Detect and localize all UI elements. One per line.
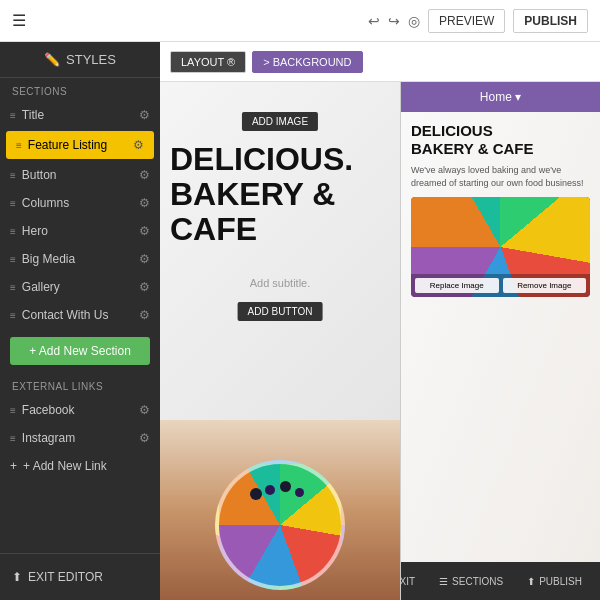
exit-editor-label: EXIT EDITOR — [28, 570, 103, 584]
gear-icon-ig[interactable]: ⚙ — [139, 431, 150, 445]
add-subtitle-button[interactable]: Add subtitle. — [250, 277, 311, 289]
exit-editor-button[interactable]: ⬆ EXIT EDITOR — [0, 562, 160, 592]
add-section-label: + Add New Section — [29, 344, 131, 358]
sidebar-item-hero-label: Hero — [22, 224, 48, 238]
sidebar-bottom: ⬆ EXIT EDITOR — [0, 553, 160, 600]
gear-icon-col[interactable]: ⚙ — [139, 196, 150, 210]
berry3 — [280, 481, 291, 492]
live-subtitle: We've always loved baking and we've drea… — [411, 164, 590, 189]
sidebar-item-hero[interactable]: ≡ Hero ⚙ — [0, 217, 160, 245]
bottom-publish-label: PUBLISH — [539, 576, 582, 587]
sidebar: ✏️ STYLES SECTIONS ≡ Title ⚙ ≡ Feature L… — [0, 42, 160, 600]
editor-preview: ADD IMAGE DELICIOUS. BAKERY & CAFE Add s… — [160, 82, 400, 600]
nav-bar[interactable]: Home ▾ — [401, 82, 600, 112]
add-subtitle-label: Add subtitle. — [250, 277, 311, 289]
sidebar-item-big-media[interactable]: ≡ Big Media ⚙ — [0, 245, 160, 273]
bottom-exit-button[interactable]: ⬆ EXIT — [400, 572, 423, 591]
sidebar-item-columns[interactable]: ≡ Columns ⚙ — [0, 189, 160, 217]
gear-icon-fb[interactable]: ⚙ — [139, 403, 150, 417]
add-image-button[interactable]: ADD IMAGE — [242, 112, 318, 131]
sidebar-item-feature-listing[interactable]: ≡ Feature Listing ⚙ — [6, 131, 154, 159]
bottom-sections-button[interactable]: ☰ SECTIONS — [431, 572, 511, 591]
drag-icon-fl: ≡ — [16, 140, 22, 151]
sidebar-item-facebook[interactable]: ≡ Facebook ⚙ — [0, 396, 160, 424]
main-layout: ✏️ STYLES SECTIONS ≡ Title ⚙ ≡ Feature L… — [0, 42, 600, 600]
gear-icon-title[interactable]: ⚙ — [139, 108, 150, 122]
publish-button[interactable]: PUBLISH — [513, 9, 588, 33]
sidebar-item-btn-label: Button — [22, 168, 57, 182]
drag-icon-bm: ≡ — [10, 254, 16, 265]
add-button-button[interactable]: ADD BUTTON — [238, 302, 323, 321]
add-new-link-button[interactable]: + + Add New Link — [0, 452, 160, 480]
sidebar-item-fb-label: Facebook — [22, 403, 75, 417]
berry4 — [295, 488, 304, 497]
top-bar-left: ☰ — [12, 11, 26, 30]
layout-button[interactable]: LAYOUT ® — [170, 51, 246, 73]
berry1 — [250, 488, 262, 500]
gear-icon-hero[interactable]: ⚙ — [139, 224, 150, 238]
styles-icon: ✏️ — [44, 52, 60, 67]
drag-icon-fb: ≡ — [10, 405, 16, 416]
sidebar-item-bm-label: Big Media — [22, 252, 75, 266]
live-preview: Home ▾ DELICIOUS BAKERY & CAFE We've alw… — [400, 82, 600, 600]
hero-text-line2: BAKERY & CAFE — [170, 177, 400, 247]
add-button-label: ADD BUTTON — [248, 306, 313, 317]
replace-image-button[interactable]: Replace Image — [415, 278, 499, 293]
sidebar-item-gallery[interactable]: ≡ Gallery ⚙ — [0, 273, 160, 301]
hero-text-line1: DELICIOUS. — [170, 142, 400, 177]
top-bar: ☰ ↩ ↪ ◎ PREVIEW PUBLISH — [0, 0, 600, 42]
preview-button[interactable]: PREVIEW — [428, 9, 505, 33]
drag-icon-gal: ≡ — [10, 282, 16, 293]
hamburger-icon[interactable]: ☰ — [12, 11, 26, 30]
live-title: DELICIOUS BAKERY & CAFE — [411, 122, 590, 158]
add-new-link-label: + Add New Link — [23, 459, 107, 473]
drag-icon-contact: ≡ — [10, 310, 16, 321]
remove-image-label: Remove Image — [517, 281, 571, 290]
gear-icon-btn[interactable]: ⚙ — [139, 168, 150, 182]
food-bg — [160, 420, 400, 600]
external-links-label: EXTERNAL LINKS — [0, 373, 160, 396]
sidebar-styles-header: ✏️ STYLES — [0, 42, 160, 78]
gear-icon-fl[interactable]: ⚙ — [133, 138, 144, 152]
live-title-line1: DELICIOUS — [411, 122, 590, 140]
gear-icon-bm[interactable]: ⚙ — [139, 252, 150, 266]
bottom-exit-label: EXIT — [400, 576, 415, 587]
add-section-button[interactable]: + Add New Section — [10, 337, 150, 365]
sidebar-item-button[interactable]: ≡ Button ⚙ — [0, 161, 160, 189]
sidebar-item-ig-label: Instagram — [22, 431, 75, 445]
add-image-label: ADD IMAGE — [252, 116, 308, 127]
sidebar-item-title-label: Title — [22, 108, 44, 122]
replace-image-label: Replace Image — [430, 281, 484, 290]
sections-label: SECTIONS — [0, 78, 160, 101]
drag-icon-hero: ≡ — [10, 226, 16, 237]
bottom-publish-button[interactable]: ⬆ PUBLISH — [519, 572, 590, 591]
publish-label: PUBLISH — [524, 14, 577, 28]
sidebar-item-contact[interactable]: ≡ Contact With Us ⚙ — [0, 301, 160, 329]
hero-text: DELICIOUS. BAKERY & CAFE — [170, 142, 400, 248]
drag-icon-col: ≡ — [10, 198, 16, 209]
sidebar-item-title[interactable]: ≡ Title ⚙ — [0, 101, 160, 129]
gear-icon-gal[interactable]: ⚙ — [139, 280, 150, 294]
live-food-image[interactable]: Replace Image Remove Image — [411, 197, 590, 297]
sidebar-item-contact-label: Contact With Us — [22, 308, 109, 322]
redo-icon[interactable]: ↪ — [388, 13, 400, 29]
nav-home-label: Home ▾ — [480, 90, 521, 104]
sidebar-item-gal-label: Gallery — [22, 280, 60, 294]
background-label: > BACKGROUND — [263, 56, 351, 68]
sidebar-item-instagram[interactable]: ≡ Instagram ⚙ — [0, 424, 160, 452]
live-image-actions: Replace Image Remove Image — [411, 274, 590, 297]
berry2 — [265, 485, 275, 495]
undo-icon[interactable]: ↩ — [368, 13, 380, 29]
eye-icon[interactable]: ◎ — [408, 13, 420, 29]
preview-label: PREVIEW — [439, 14, 494, 28]
sidebar-item-fl-label: Feature Listing — [28, 138, 107, 152]
sidebar-item-col-label: Columns — [22, 196, 69, 210]
drag-icon: ≡ — [10, 110, 16, 121]
gear-icon-contact[interactable]: ⚙ — [139, 308, 150, 322]
plus-icon: + — [10, 459, 17, 473]
bottom-bar: ⬆ EXIT ☰ SECTIONS ⬆ PUBLISH — [400, 562, 600, 600]
remove-image-button[interactable]: Remove Image — [503, 278, 587, 293]
bottom-sections-label: SECTIONS — [452, 576, 503, 587]
layout-label: LAYOUT ® — [181, 56, 235, 68]
background-button[interactable]: > BACKGROUND — [252, 51, 362, 73]
